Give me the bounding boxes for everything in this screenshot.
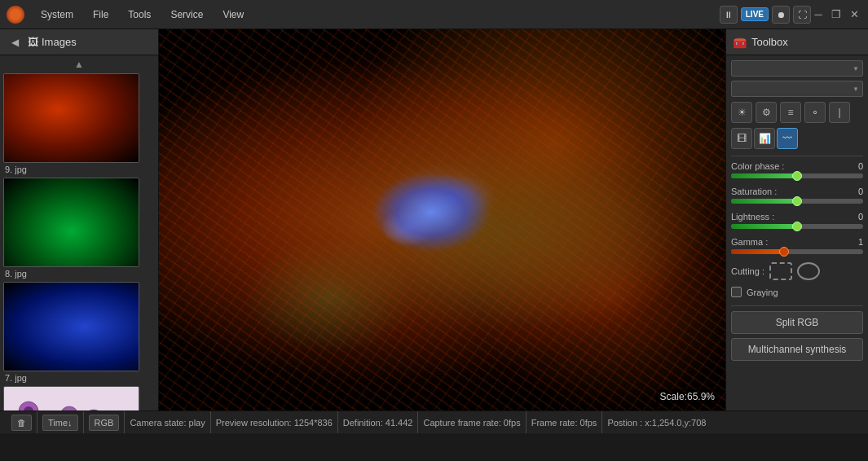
window-controls: ─ ❐ ✕ bbox=[811, 7, 861, 22]
graying-checkbox[interactable] bbox=[731, 287, 742, 297]
statusbar-rgb-section: RGB bbox=[84, 411, 126, 433]
cutting-circle-button[interactable] bbox=[797, 262, 820, 280]
thumbnail-item-8[interactable]: 8. jpg bbox=[3, 178, 155, 279]
close-button[interactable]: ✕ bbox=[847, 7, 861, 22]
saturation-value: 0 bbox=[858, 187, 863, 196]
filter-icon-btn[interactable]: ⚬ bbox=[804, 102, 826, 123]
menu-system[interactable]: System bbox=[33, 6, 82, 24]
capture-rate-text: Capture frame rate: 0fps bbox=[423, 418, 520, 428]
thumbnail-image-7 bbox=[4, 283, 139, 371]
cutting-label: Cutting : bbox=[731, 266, 764, 276]
toolbox-icon: 🧰 bbox=[733, 36, 747, 49]
scroll-up-button[interactable]: ▲ bbox=[3, 59, 155, 70]
saturation-label: Saturation : bbox=[731, 187, 777, 196]
panel-header: ◀ 🖼 Images bbox=[0, 29, 158, 55]
thumbnail-image-6 bbox=[4, 387, 139, 411]
thumbnail-item-9[interactable]: 9. jpg bbox=[3, 73, 155, 174]
thumbnail-canvas-9 bbox=[3, 73, 139, 163]
thumbnail-canvas-6 bbox=[3, 386, 139, 411]
minimize-button[interactable]: ─ bbox=[811, 7, 826, 22]
tab-chart[interactable]: 📊 bbox=[754, 128, 775, 149]
gamma-track[interactable] bbox=[731, 249, 863, 254]
lightness-thumb[interactable] bbox=[792, 222, 802, 231]
record-button[interactable]: ⏺ bbox=[772, 6, 790, 24]
color-phase-thumb[interactable] bbox=[792, 171, 802, 181]
statusbar: 🗑 Time↓ RGB Camera state: play Preview r… bbox=[0, 411, 868, 433]
split-rgb-button[interactable]: Split RGB bbox=[731, 311, 863, 334]
equalizer-icon-btn[interactable]: ≡ bbox=[780, 102, 801, 123]
statusbar-position-section: Postion : x:1,254.0,y:708 bbox=[602, 411, 711, 433]
tab-color[interactable]: 〰 bbox=[777, 128, 798, 149]
color-phase-track[interactable] bbox=[731, 173, 863, 178]
dropdown-wrapper-1 bbox=[731, 60, 863, 77]
thumbnail-canvas-7 bbox=[3, 282, 139, 371]
camera-state-text: Camera state: play bbox=[130, 418, 205, 428]
statusbar-delete-section: 🗑 bbox=[7, 411, 37, 433]
multichannel-button[interactable]: Multichannel synthesis bbox=[731, 338, 863, 361]
saturation-thumb[interactable] bbox=[792, 196, 802, 206]
thumbnail-item-6[interactable]: 6. jpg bbox=[3, 386, 155, 411]
live-badge: LIVE bbox=[741, 7, 769, 21]
saturation-slider-row: Saturation : 0 bbox=[731, 187, 863, 204]
thumbnail-label-9: 9. jpg bbox=[3, 165, 155, 174]
dropdown-2[interactable] bbox=[731, 81, 863, 97]
menu-view[interactable]: View bbox=[214, 6, 252, 24]
measure-icon-btn[interactable]: | bbox=[829, 102, 850, 123]
toolbox-title: Toolbox bbox=[751, 36, 788, 48]
graying-label: Graying bbox=[747, 288, 778, 297]
dropdown-row-2 bbox=[731, 81, 863, 97]
color-phase-label-row: Color phase : 0 bbox=[731, 161, 863, 171]
divider-2 bbox=[731, 305, 863, 306]
thumbnail-image-9 bbox=[4, 74, 139, 162]
thumbnail-image-8 bbox=[4, 178, 139, 266]
toolbox-body: ☀ ⚙ ≡ ⚬ | 🎞 📊 〰 Color phase : 0 bbox=[726, 55, 868, 411]
statusbar-time-section: Time↓ bbox=[37, 411, 84, 433]
divider-1 bbox=[731, 156, 863, 156]
saturation-track[interactable] bbox=[731, 199, 863, 204]
contrast-icon-btn[interactable]: ⚙ bbox=[756, 102, 777, 123]
color-phase-slider-row: Color phase : 0 bbox=[731, 161, 863, 178]
panel-back-button[interactable]: ◀ bbox=[7, 34, 23, 50]
statusbar-capture-section: Capture frame rate: 0fps bbox=[418, 411, 526, 433]
lightness-track[interactable] bbox=[731, 224, 863, 229]
color-phase-label: Color phase : bbox=[731, 161, 784, 171]
left-panel: ◀ 🖼 Images ▲ 9. jpg 8. jpg bbox=[0, 29, 159, 411]
brightness-icon-btn[interactable]: ☀ bbox=[731, 102, 752, 123]
saturation-label-row: Saturation : 0 bbox=[731, 187, 863, 196]
thumbnail-label-7: 7. jpg bbox=[3, 373, 155, 383]
playback-controls: ⏸ LIVE ⏺ ⛶ bbox=[720, 6, 811, 24]
thumbnail-canvas-8 bbox=[3, 178, 139, 267]
cutting-rect-button[interactable] bbox=[769, 262, 792, 280]
main-area: ◀ 🖼 Images ▲ 9. jpg 8. jpg bbox=[0, 29, 868, 411]
delete-button[interactable]: 🗑 bbox=[11, 415, 32, 431]
image-list: ▲ 9. jpg 8. jpg 7. jpg bbox=[0, 55, 158, 411]
main-image bbox=[159, 29, 725, 411]
pause-button[interactable]: ⏸ bbox=[720, 6, 738, 24]
lightness-label: Lightness : bbox=[731, 212, 774, 222]
statusbar-camera-section: Camera state: play bbox=[125, 411, 210, 433]
tool-icons-row: ☀ ⚙ ≡ ⚬ | bbox=[731, 102, 863, 123]
tab-film[interactable]: 🎞 bbox=[731, 128, 752, 149]
gamma-thumb[interactable] bbox=[779, 247, 789, 257]
thumbnail-label-8: 8. jpg bbox=[3, 269, 155, 279]
graying-row: Graying bbox=[731, 287, 863, 297]
right-panel: 🧰 Toolbox bbox=[725, 29, 868, 411]
menu-tools[interactable]: Tools bbox=[120, 6, 159, 24]
menu-service[interactable]: Service bbox=[162, 6, 211, 24]
statusbar-resolution-section: Preview resolution: 1254*836 bbox=[211, 411, 338, 433]
dropdown-1[interactable] bbox=[731, 60, 863, 77]
rgb-button[interactable]: RGB bbox=[89, 415, 120, 431]
thumbnail-item-7[interactable]: 7. jpg bbox=[3, 282, 155, 383]
menu-file[interactable]: File bbox=[85, 6, 117, 24]
restore-button[interactable]: ❐ bbox=[829, 7, 844, 22]
dropdown-row-1 bbox=[731, 60, 863, 77]
time-sort-button[interactable]: Time↓ bbox=[42, 415, 78, 431]
gamma-label-row: Gamma : 1 bbox=[731, 237, 863, 247]
lightness-fill bbox=[731, 224, 797, 229]
fullscreen-button[interactable]: ⛶ bbox=[793, 6, 811, 24]
center-area[interactable]: Scale:65.9% bbox=[159, 29, 725, 411]
scale-indicator: Scale:65.9% bbox=[656, 389, 719, 404]
title-bar: System File Tools Service View ⏸ LIVE ⏺ … bbox=[0, 0, 868, 29]
cutting-row: Cutting : bbox=[731, 262, 863, 280]
lightness-slider-row: Lightness : 0 bbox=[731, 212, 863, 229]
